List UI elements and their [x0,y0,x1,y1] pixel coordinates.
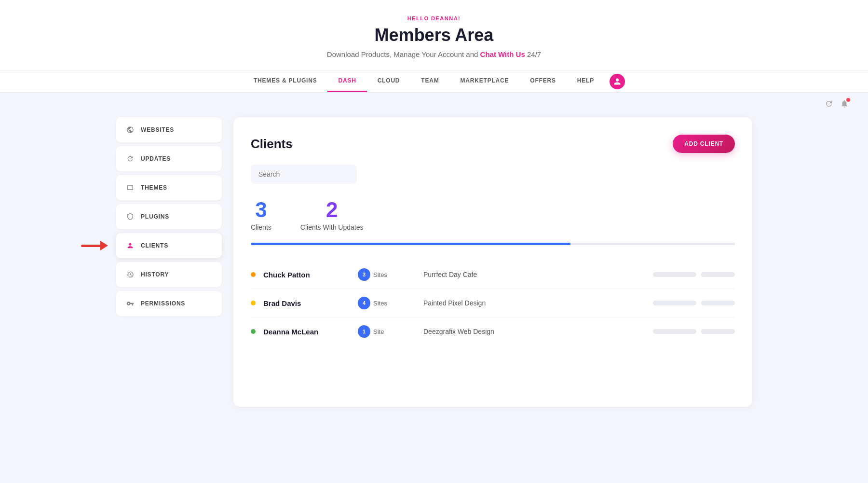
sidebar-item-plugins[interactable]: PLUGINS [116,204,222,229]
globe-icon [125,125,135,135]
sidebar-label-updates: UPDATES [141,155,171,162]
sidebar-item-history[interactable]: HISTORY [116,262,222,287]
action-pill[interactable] [653,329,696,334]
action-pill[interactable] [701,301,735,305]
clients-icon [125,241,135,250]
clients-list: Chuck Patton 3 Sites Purrfect Day Cafe B… [251,261,735,345]
stat-clients-label: Clients [251,223,271,231]
client-name: Brad Davis [263,299,350,307]
sites-label: Site [373,328,384,335]
progress-bar-wrap [251,243,735,245]
client-company: Painted Pixel Design [423,299,645,307]
table-row[interactable]: Chuck Patton 3 Sites Purrfect Day Cafe [251,261,735,289]
client-actions [653,301,735,305]
search-wrap [251,165,735,184]
sidebar-label-themes: THEMES [141,184,167,191]
sidebar: WEBSITES UPDATES THEMES [116,117,222,316]
status-dot-orange [251,272,256,277]
sidebar-item-updates[interactable]: UPDATES [116,146,222,171]
badge-circle: 3 [358,268,370,281]
subtitle-pre: Download Products, Manage Your Account a… [327,50,478,58]
notification-bell[interactable] [840,99,849,110]
stat-clients-count: 3 [251,199,271,221]
sidebar-label-history: HISTORY [141,271,169,278]
action-pill[interactable] [701,329,735,334]
themes-icon [125,183,135,193]
sites-label: Sites [373,300,387,307]
badge-circle: 1 [358,325,370,338]
refresh-sidebar-icon [125,154,135,164]
toolbar [0,93,868,117]
stats-row: 3 Clients 2 Clients With Updates [251,199,735,231]
sidebar-item-permissions[interactable]: PERMISSIONS [116,291,222,316]
action-pill[interactable] [653,301,696,305]
sites-label: Sites [373,271,387,278]
subtitle: Download Products, Manage Your Account a… [0,50,868,58]
sidebar-wrapper: WEBSITES UPDATES THEMES [116,117,222,407]
tab-marketplace[interactable]: MARKETPLACE [450,70,520,92]
tab-dash[interactable]: DASH [327,70,366,92]
page-title: Members Area [0,25,868,45]
sidebar-item-themes[interactable]: THEMES [116,175,222,200]
action-pill[interactable] [701,272,735,277]
history-icon [125,270,135,279]
arrow-indicator [81,241,108,250]
client-company: Deezgrafix Web Design [423,328,645,335]
stat-updates-count: 2 [300,199,364,221]
subtitle-post: 24/7 [527,50,541,58]
content-header: Clients ADD CLIENT [251,135,735,153]
main-layout: WEBSITES UPDATES THEMES [96,117,772,426]
chat-link[interactable]: Chat With Us [480,50,525,58]
sidebar-label-clients: CLIENTS [141,242,168,249]
action-pill[interactable] [653,272,696,277]
client-actions [653,329,735,334]
table-row[interactable]: Brad Davis 4 Sites Painted Pixel Design [251,289,735,317]
sites-badge: 1 Site [358,325,416,338]
tab-themes-plugins[interactable]: THEMES & PLUGINS [243,70,327,92]
table-row[interactable]: Deanna McLean 1 Site Deezgrafix Web Desi… [251,317,735,345]
client-name: Deanna McLean [263,328,350,336]
permissions-icon [125,299,135,308]
progress-bar-fill [251,243,570,245]
badge-circle: 4 [358,297,370,309]
sidebar-label-plugins: PLUGINS [141,213,169,220]
refresh-icon[interactable] [825,99,833,110]
sidebar-label-permissions: PERMISSIONS [141,300,185,307]
client-actions [653,272,735,277]
tab-help[interactable]: HELP [567,70,605,92]
plugins-icon [125,212,135,221]
status-dot-yellow [251,301,256,305]
client-company: Purrfect Day Cafe [423,271,645,278]
tab-cloud[interactable]: CLOUD [367,70,411,92]
sidebar-label-websites: WEBSITES [141,126,174,133]
status-dot-green [251,329,256,334]
client-name: Chuck Patton [263,271,350,279]
stat-updates: 2 Clients With Updates [300,199,364,231]
arrow-head [100,241,108,250]
stat-clients: 3 Clients [251,199,271,231]
top-header: HELLO DEANNA! Members Area Download Prod… [0,0,868,93]
notification-dot [846,98,850,102]
user-avatar[interactable] [610,74,625,89]
greeting: HELLO DEANNA! [0,15,868,21]
content-title: Clients [251,137,293,152]
stat-updates-label: Clients With Updates [300,223,364,231]
tab-team[interactable]: TEAM [410,70,449,92]
search-input[interactable] [251,165,357,184]
content-panel: Clients ADD CLIENT 3 Clients 2 Clients W… [233,117,752,407]
add-client-button[interactable]: ADD CLIENT [673,135,735,153]
sites-badge: 3 Sites [358,268,416,281]
sidebar-item-websites[interactable]: WEBSITES [116,117,222,142]
main-nav: THEMES & PLUGINS DASH CLOUD TEAM MARKETP… [0,70,868,92]
tab-offers[interactable]: OFFERS [519,70,566,92]
arrow-shaft [81,245,100,247]
sidebar-item-clients[interactable]: CLIENTS [116,233,222,258]
sites-badge: 4 Sites [358,297,416,309]
